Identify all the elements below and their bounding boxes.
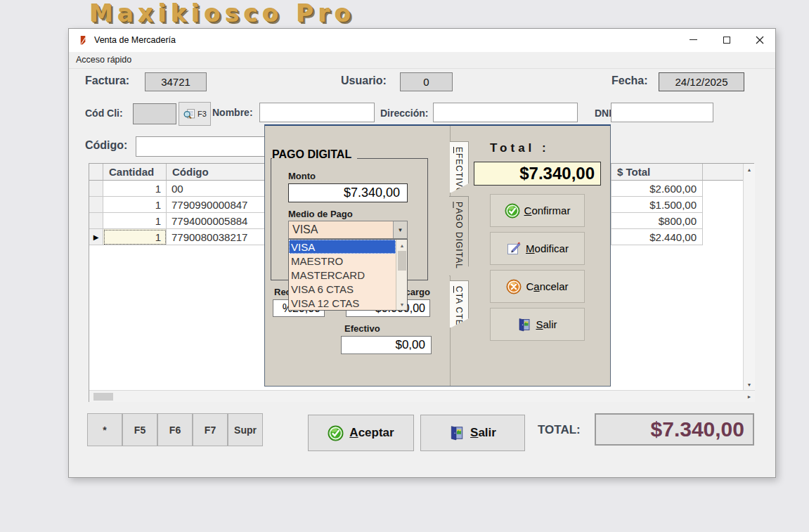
cod-cli-field[interactable] <box>133 103 176 124</box>
cell-cantidad-selected[interactable]: 1 <box>103 229 167 245</box>
tab-label: TA CTE <box>454 293 464 326</box>
direccion-field[interactable] <box>433 103 578 122</box>
button-label: Aceptar <box>349 426 394 440</box>
aceptar-button[interactable]: Aceptar <box>308 415 414 451</box>
codigo-label: Código: <box>85 139 127 152</box>
cell-total[interactable]: $2.440,00 <box>611 229 703 245</box>
usuario-field: 0 <box>400 72 453 91</box>
cod-cli-label: Cód Cli: <box>85 108 123 119</box>
row-selector[interactable] <box>89 197 103 213</box>
tab-label: P <box>454 202 464 208</box>
button-label: Modificar <box>526 242 569 254</box>
cell-total[interactable]: $800,00 <box>611 213 703 229</box>
window-title: Venta de Mercadería <box>94 35 176 45</box>
search-icon <box>183 108 195 120</box>
key-f6-button[interactable]: F6 <box>157 413 193 446</box>
menu-acceso-rapido[interactable]: Acceso rápido <box>76 55 131 65</box>
salir-footer-button[interactable]: Salir <box>420 415 525 451</box>
combobox-value: VISA <box>289 223 393 236</box>
fecha-label: Fecha: <box>611 74 648 87</box>
grid-horizontal-scrollbar[interactable]: ◄ ► <box>89 390 755 402</box>
button-label: Salir <box>470 426 496 440</box>
minimize-icon <box>690 39 697 41</box>
footer-total-display: $7.340,00 <box>595 413 754 446</box>
droplist-option-visa-6-ctas[interactable]: VISA 6 CTAS <box>289 282 396 296</box>
scroll-up-icon[interactable]: ▲ <box>744 164 755 175</box>
key-f5-button[interactable]: F5 <box>122 413 157 446</box>
tab-efectivo[interactable]: EFECTIVO <box>450 141 469 193</box>
tab-label: E <box>454 147 464 153</box>
scrollbar-thumb[interactable] <box>93 393 113 401</box>
cancelar-button[interactable]: Cancelar <box>490 270 585 303</box>
maximize-button[interactable] <box>715 30 739 49</box>
key-asterisk-button[interactable]: * <box>87 413 122 446</box>
cell-cantidad[interactable]: 1 <box>103 213 167 229</box>
cell-total[interactable]: $1.500,00 <box>611 197 703 213</box>
grid-header-cantidad: Cantidad <box>103 164 167 181</box>
tab-cta-cte[interactable]: CTA CTE <box>450 280 469 328</box>
close-button[interactable] <box>748 30 772 49</box>
titlebar: Venta de Mercadería <box>69 29 775 52</box>
efectivo-field[interactable]: $0,00 <box>341 336 432 354</box>
venta-mercaderia-window: Venta de Mercadería Acceso rápido Factur… <box>68 28 776 478</box>
tab-label: AGO DIGITAL <box>454 208 464 269</box>
modificar-button[interactable]: Modificar <box>490 232 585 265</box>
exit-door-icon <box>449 425 465 441</box>
footer-total-label: TOTAL: <box>538 423 581 437</box>
scrollbar-thumb[interactable] <box>398 251 406 271</box>
check-circle-icon <box>505 203 520 219</box>
grid-vertical-scrollbar[interactable]: ▲ ▼ <box>743 164 755 390</box>
scroll-down-icon[interactable]: ▼ <box>396 299 408 310</box>
efectivo-label: Efectivo <box>344 323 380 334</box>
codigo-input[interactable] <box>136 136 266 157</box>
scroll-down-icon[interactable]: ▼ <box>744 379 755 390</box>
chevron-down-icon: ▼ <box>398 227 403 233</box>
exit-door-icon <box>517 318 531 332</box>
confirmar-button[interactable]: Confirmar <box>490 194 585 227</box>
row-marker-icon: ▶ <box>93 233 99 241</box>
cell-cantidad[interactable]: 1 <box>103 197 167 213</box>
check-circle-icon <box>328 425 344 441</box>
key-supr-button[interactable]: Supr <box>228 413 263 446</box>
pencil-icon <box>506 241 522 257</box>
button-label: Cancelar <box>526 280 568 292</box>
client-search-button[interactable]: F3 <box>179 102 211 126</box>
medio-de-pago-label: Medio de Pago <box>288 209 353 219</box>
fecha-field[interactable]: 24/12/2025 <box>659 72 744 91</box>
droplist-option-visa-12-ctas[interactable]: VISA 12 CTAS <box>289 296 396 310</box>
droplist-option-mastercard[interactable]: MASTERCARD <box>289 268 396 282</box>
button-label: Confirmar <box>524 205 571 216</box>
monto-field[interactable]: $7.340,00 <box>288 183 408 202</box>
dni-field[interactable] <box>611 103 713 122</box>
medio-de-pago-droplist: VISA MAESTRO MASTERCARD VISA 6 CTAS VISA… <box>288 239 408 311</box>
monto-label: Monto <box>288 171 316 181</box>
minimize-button[interactable] <box>681 30 705 49</box>
droplist-option-maestro[interactable]: MAESTRO <box>289 254 396 268</box>
droplist-option-visa[interactable]: VISA <box>289 240 396 254</box>
factura-field: 34721 <box>145 72 207 91</box>
row-selector-current[interactable]: ▶ <box>89 229 103 245</box>
payment-dialog: EFECTIVO PAGO DIGITAL CTA CTE PAGO DIGIT… <box>264 124 611 387</box>
grid-header-filler <box>703 164 743 181</box>
button-label: Salir <box>536 318 557 330</box>
cell-cantidad[interactable]: 1 <box>103 181 167 197</box>
direccion-label: Dirección: <box>380 108 428 119</box>
scroll-up-icon[interactable]: ▲ <box>396 240 408 251</box>
tab-label: FECTIVO <box>454 153 464 195</box>
dialog-total-field: $7.340,00 <box>474 162 601 186</box>
row-selector[interactable] <box>89 181 103 197</box>
nombre-label: Nombre: <box>212 107 253 118</box>
search-button-label: F3 <box>198 110 207 118</box>
nombre-field[interactable] <box>259 103 375 122</box>
key-f7-button[interactable]: F7 <box>193 413 228 446</box>
medio-de-pago-combobox[interactable]: VISA ▼ <box>288 221 408 239</box>
combobox-dropdown-button[interactable]: ▼ <box>393 221 407 238</box>
salir-button[interactable]: Salir <box>490 308 585 341</box>
scroll-right-icon[interactable]: ► <box>744 391 755 402</box>
row-selector[interactable] <box>89 213 103 229</box>
cell-total[interactable]: $2.600,00 <box>611 181 703 197</box>
factura-label: Factura: <box>85 74 129 87</box>
tab-pago-digital[interactable]: PAGO DIGITAL <box>449 196 469 276</box>
droplist-scrollbar[interactable]: ▲ ▼ <box>396 240 407 310</box>
cancel-circle-icon <box>506 279 522 294</box>
